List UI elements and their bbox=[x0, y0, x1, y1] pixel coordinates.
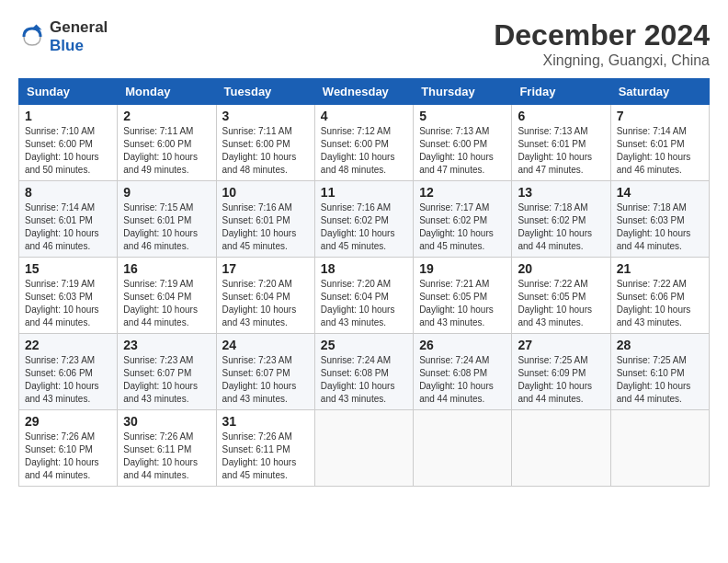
day-number: 15 bbox=[25, 261, 111, 276]
header-tuesday: Tuesday bbox=[216, 79, 314, 105]
day-number: 8 bbox=[25, 185, 111, 200]
calendar-table: SundayMondayTuesdayWednesdayThursdayFrid… bbox=[18, 78, 710, 487]
day-info: Sunrise: 7:26 AMSunset: 6:10 PMDaylight:… bbox=[25, 431, 111, 482]
day-number: 24 bbox=[222, 338, 309, 352]
day-info: Sunrise: 7:16 AMSunset: 6:02 PMDaylight:… bbox=[321, 201, 407, 253]
day-number: 6 bbox=[518, 109, 604, 123]
day-number: 17 bbox=[222, 261, 309, 276]
calendar-week-row: 1Sunrise: 7:10 AMSunset: 6:00 PMDaylight… bbox=[19, 105, 710, 181]
calendar-week-row: 15Sunrise: 7:19 AMSunset: 6:03 PMDayligh… bbox=[19, 258, 710, 334]
day-number: 5 bbox=[419, 109, 506, 123]
day-info: Sunrise: 7:13 AMSunset: 6:01 PMDaylight:… bbox=[518, 125, 604, 177]
logo-text: General Blue bbox=[50, 18, 108, 55]
day-number: 1 bbox=[25, 109, 111, 123]
day-info: Sunrise: 7:19 AMSunset: 6:04 PMDaylight:… bbox=[123, 278, 210, 329]
calendar-cell: 21Sunrise: 7:22 AMSunset: 6:06 PMDayligh… bbox=[610, 258, 709, 334]
page-header: General Blue December 2024 Xingning, Gua… bbox=[18, 18, 710, 69]
calendar-cell: 2Sunrise: 7:11 AMSunset: 6:00 PMDaylight… bbox=[118, 105, 216, 181]
calendar-cell: 18Sunrise: 7:20 AMSunset: 6:04 PMDayligh… bbox=[314, 258, 413, 334]
calendar-cell: 19Sunrise: 7:21 AMSunset: 6:05 PMDayligh… bbox=[414, 258, 512, 334]
day-info: Sunrise: 7:23 AMSunset: 6:07 PMDaylight:… bbox=[123, 354, 210, 406]
calendar-cell: 30Sunrise: 7:26 AMSunset: 6:11 PMDayligh… bbox=[118, 410, 216, 487]
calendar-cell: 13Sunrise: 7:18 AMSunset: 6:02 PMDayligh… bbox=[512, 181, 610, 258]
day-info: Sunrise: 7:24 AMSunset: 6:08 PMDaylight:… bbox=[321, 354, 407, 406]
calendar-cell: 27Sunrise: 7:25 AMSunset: 6:09 PMDayligh… bbox=[512, 334, 610, 410]
calendar-cell: 15Sunrise: 7:19 AMSunset: 6:03 PMDayligh… bbox=[19, 258, 118, 334]
calendar-cell: 1Sunrise: 7:10 AMSunset: 6:00 PMDaylight… bbox=[19, 105, 118, 181]
day-number: 22 bbox=[25, 338, 111, 352]
day-number: 9 bbox=[123, 185, 210, 200]
day-number: 12 bbox=[419, 185, 506, 200]
day-number: 16 bbox=[123, 261, 210, 276]
day-number: 28 bbox=[617, 338, 703, 352]
calendar-cell: 17Sunrise: 7:20 AMSunset: 6:04 PMDayligh… bbox=[216, 258, 314, 334]
calendar-cell: 22Sunrise: 7:23 AMSunset: 6:06 PMDayligh… bbox=[19, 334, 118, 410]
calendar-cell: 16Sunrise: 7:19 AMSunset: 6:04 PMDayligh… bbox=[118, 258, 216, 334]
calendar-cell: 8Sunrise: 7:14 AMSunset: 6:01 PMDaylight… bbox=[19, 181, 118, 258]
day-info: Sunrise: 7:23 AMSunset: 6:07 PMDaylight:… bbox=[222, 354, 309, 406]
day-info: Sunrise: 7:26 AMSunset: 6:11 PMDaylight:… bbox=[123, 431, 210, 482]
calendar-cell: 4Sunrise: 7:12 AMSunset: 6:00 PMDaylight… bbox=[314, 105, 413, 181]
calendar-cell: 26Sunrise: 7:24 AMSunset: 6:08 PMDayligh… bbox=[414, 334, 512, 410]
calendar-cell: 29Sunrise: 7:26 AMSunset: 6:10 PMDayligh… bbox=[19, 410, 118, 487]
calendar-cell: 7Sunrise: 7:14 AMSunset: 6:01 PMDaylight… bbox=[610, 105, 709, 181]
day-info: Sunrise: 7:23 AMSunset: 6:06 PMDaylight:… bbox=[25, 354, 111, 406]
day-info: Sunrise: 7:20 AMSunset: 6:04 PMDaylight:… bbox=[321, 278, 407, 329]
day-info: Sunrise: 7:22 AMSunset: 6:06 PMDaylight:… bbox=[617, 278, 703, 329]
calendar-cell: 10Sunrise: 7:16 AMSunset: 6:01 PMDayligh… bbox=[216, 181, 314, 258]
day-info: Sunrise: 7:10 AMSunset: 6:00 PMDaylight:… bbox=[25, 125, 111, 177]
day-number: 13 bbox=[518, 185, 604, 200]
day-number: 20 bbox=[518, 261, 604, 276]
day-info: Sunrise: 7:20 AMSunset: 6:04 PMDaylight:… bbox=[222, 278, 309, 329]
calendar-week-row: 22Sunrise: 7:23 AMSunset: 6:06 PMDayligh… bbox=[19, 334, 710, 410]
day-number: 19 bbox=[419, 261, 506, 276]
header-wednesday: Wednesday bbox=[314, 79, 413, 105]
day-info: Sunrise: 7:14 AMSunset: 6:01 PMDaylight:… bbox=[617, 125, 703, 177]
day-info: Sunrise: 7:25 AMSunset: 6:09 PMDaylight:… bbox=[518, 354, 604, 406]
day-info: Sunrise: 7:13 AMSunset: 6:00 PMDaylight:… bbox=[419, 125, 506, 177]
calendar-cell: 3Sunrise: 7:11 AMSunset: 6:00 PMDaylight… bbox=[216, 105, 314, 181]
day-number: 18 bbox=[321, 261, 407, 276]
day-info: Sunrise: 7:24 AMSunset: 6:08 PMDaylight:… bbox=[419, 354, 506, 406]
day-info: Sunrise: 7:18 AMSunset: 6:02 PMDaylight:… bbox=[518, 201, 604, 253]
calendar-cell: 24Sunrise: 7:23 AMSunset: 6:07 PMDayligh… bbox=[216, 334, 314, 410]
day-number: 27 bbox=[518, 338, 604, 352]
day-number: 10 bbox=[222, 185, 309, 200]
calendar-cell: 20Sunrise: 7:22 AMSunset: 6:05 PMDayligh… bbox=[512, 258, 610, 334]
calendar-cell: 11Sunrise: 7:16 AMSunset: 6:02 PMDayligh… bbox=[314, 181, 413, 258]
day-info: Sunrise: 7:26 AMSunset: 6:11 PMDaylight:… bbox=[222, 431, 309, 482]
calendar-cell: 25Sunrise: 7:24 AMSunset: 6:08 PMDayligh… bbox=[314, 334, 413, 410]
day-info: Sunrise: 7:15 AMSunset: 6:01 PMDaylight:… bbox=[123, 201, 210, 253]
calendar-cell bbox=[512, 410, 610, 487]
day-info: Sunrise: 7:11 AMSunset: 6:00 PMDaylight:… bbox=[222, 125, 309, 177]
day-number: 31 bbox=[222, 414, 309, 429]
day-number: 3 bbox=[222, 109, 309, 123]
calendar-cell: 9Sunrise: 7:15 AMSunset: 6:01 PMDaylight… bbox=[118, 181, 216, 258]
calendar-week-row: 29Sunrise: 7:26 AMSunset: 6:10 PMDayligh… bbox=[19, 410, 710, 487]
day-number: 7 bbox=[617, 109, 703, 123]
logo-icon bbox=[18, 23, 46, 51]
day-info: Sunrise: 7:16 AMSunset: 6:01 PMDaylight:… bbox=[222, 201, 309, 253]
day-number: 29 bbox=[25, 414, 111, 429]
day-info: Sunrise: 7:14 AMSunset: 6:01 PMDaylight:… bbox=[25, 201, 111, 253]
header-friday: Friday bbox=[512, 79, 610, 105]
calendar-cell: 6Sunrise: 7:13 AMSunset: 6:01 PMDaylight… bbox=[512, 105, 610, 181]
day-info: Sunrise: 7:12 AMSunset: 6:00 PMDaylight:… bbox=[321, 125, 407, 177]
day-info: Sunrise: 7:22 AMSunset: 6:05 PMDaylight:… bbox=[518, 278, 604, 329]
calendar-cell bbox=[414, 410, 512, 487]
calendar-header-row: SundayMondayTuesdayWednesdayThursdayFrid… bbox=[19, 79, 710, 105]
day-number: 4 bbox=[321, 109, 407, 123]
day-number: 14 bbox=[617, 185, 703, 200]
header-sunday: Sunday bbox=[19, 79, 118, 105]
day-number: 25 bbox=[321, 338, 407, 352]
day-number: 23 bbox=[123, 338, 210, 352]
calendar-cell: 5Sunrise: 7:13 AMSunset: 6:00 PMDaylight… bbox=[414, 105, 512, 181]
calendar-week-row: 8Sunrise: 7:14 AMSunset: 6:01 PMDaylight… bbox=[19, 181, 710, 258]
day-number: 21 bbox=[617, 261, 703, 276]
calendar-cell: 14Sunrise: 7:18 AMSunset: 6:03 PMDayligh… bbox=[610, 181, 709, 258]
header-monday: Monday bbox=[118, 79, 216, 105]
day-info: Sunrise: 7:18 AMSunset: 6:03 PMDaylight:… bbox=[617, 201, 703, 253]
logo: General Blue bbox=[18, 18, 108, 55]
day-info: Sunrise: 7:11 AMSunset: 6:00 PMDaylight:… bbox=[123, 125, 210, 177]
header-thursday: Thursday bbox=[414, 79, 512, 105]
